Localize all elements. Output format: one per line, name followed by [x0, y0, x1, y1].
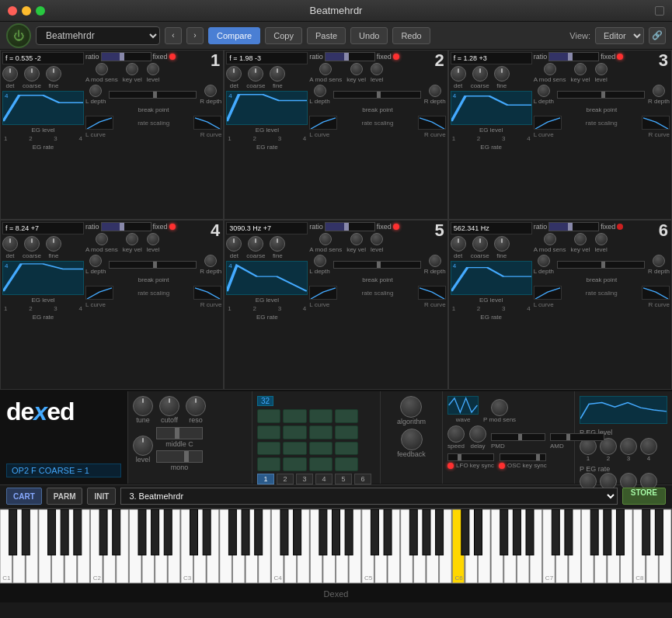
op-bp-slider-4[interactable]	[109, 261, 197, 269]
op-key-vel-knob-4[interactable]	[126, 233, 138, 245]
det-knob-4[interactable]	[2, 236, 18, 252]
op-key-vel-knob-5[interactable]	[350, 233, 363, 245]
op-ratio-slider-4[interactable]	[101, 222, 151, 231]
minimize-button[interactable]	[22, 6, 31, 16]
det-knob-3[interactable]	[451, 66, 466, 82]
undo-button[interactable]: Undo	[350, 27, 388, 44]
op-a-mod-sens-knob-6[interactable]	[544, 233, 556, 245]
seq-pad-0[interactable]	[257, 409, 280, 423]
redo-button[interactable]: Redo	[392, 27, 430, 44]
close-button[interactable]	[8, 6, 17, 16]
coarse-knob-6[interactable]	[472, 236, 488, 252]
fine-knob-1[interactable]	[46, 66, 61, 82]
seq-num-5[interactable]: 5	[335, 474, 352, 484]
seq-pad-1[interactable]	[283, 409, 306, 423]
amd-slider[interactable]	[550, 433, 604, 441]
link-button[interactable]: 🔗	[649, 27, 666, 44]
seq-pad-4[interactable]	[257, 425, 280, 439]
preset-name-select[interactable]: 3. Beatmehrdr	[120, 488, 617, 505]
op-a-mod-sens-knob-2[interactable]	[319, 63, 332, 75]
op-a-mod-sens-knob-1[interactable]	[96, 63, 108, 75]
peg-knob-3-dial[interactable]	[620, 438, 637, 455]
power-button[interactable]: ⏻	[6, 23, 31, 48]
op-l-depth-knob-4[interactable]	[89, 255, 102, 267]
level-knob[interactable]	[133, 436, 153, 456]
op-ratio-slider-1[interactable]	[101, 52, 151, 61]
op-r-depth-knob-2[interactable]	[429, 85, 441, 97]
coarse-knob-2[interactable]	[248, 66, 263, 82]
paste-button[interactable]: Paste	[307, 27, 346, 44]
algorithm-knob[interactable]	[400, 396, 422, 418]
speed-knob[interactable]	[447, 425, 465, 443]
cart-button[interactable]: CART	[6, 488, 42, 505]
det-knob-6[interactable]	[451, 236, 466, 252]
op-level-knob-2[interactable]	[371, 63, 383, 75]
op-r-depth-knob-6[interactable]	[653, 255, 665, 267]
feedback-knob[interactable]	[401, 429, 423, 450]
det-knob-1[interactable]	[2, 66, 18, 82]
op-a-mod-sens-knob-5[interactable]	[319, 233, 332, 245]
coarse-knob-1[interactable]	[24, 66, 40, 82]
peg-knob-4-dial[interactable]	[640, 438, 657, 455]
op-key-vel-knob-2[interactable]	[350, 63, 363, 75]
op-l-depth-knob-1[interactable]	[89, 85, 102, 97]
op-level-knob-5[interactable]	[371, 233, 383, 245]
op-bp-slider-6[interactable]	[557, 261, 645, 269]
op-ratio-slider-3[interactable]	[548, 52, 599, 61]
mono-slider[interactable]	[156, 450, 203, 463]
nav-forward-button[interactable]: ›	[186, 27, 204, 44]
op-r-depth-knob-4[interactable]	[204, 255, 217, 267]
parm-button[interactable]: PARM	[47, 488, 83, 505]
expand-button[interactable]	[655, 6, 664, 16]
op-l-depth-knob-5[interactable]	[314, 255, 326, 267]
keyboard-canvas[interactable]	[0, 509, 672, 585]
det-knob-2[interactable]	[226, 66, 242, 82]
seq-pad-14[interactable]	[309, 457, 333, 471]
coarse-knob-3[interactable]	[472, 66, 488, 82]
op-level-knob-6[interactable]	[595, 233, 608, 245]
op-level-knob-4[interactable]	[147, 233, 159, 245]
coarse-knob-4[interactable]	[24, 236, 40, 252]
preset-select[interactable]: Beatmehrdr	[36, 26, 160, 45]
op-l-depth-knob-2[interactable]	[314, 85, 326, 97]
fine-knob-5[interactable]	[270, 236, 285, 252]
seq-pad-10[interactable]	[309, 442, 333, 456]
op-bp-slider-1[interactable]	[109, 91, 197, 99]
seq-pad-7[interactable]	[335, 425, 358, 439]
cutoff-knob[interactable]	[159, 396, 179, 416]
op-ratio-slider-2[interactable]	[325, 52, 375, 61]
store-button[interactable]: STORE	[622, 488, 666, 505]
op-l-depth-knob-3[interactable]	[538, 85, 550, 97]
maximize-button[interactable]	[36, 6, 45, 16]
pmd-slider[interactable]	[491, 433, 545, 441]
fine-knob-4[interactable]	[46, 236, 61, 252]
fine-knob-6[interactable]	[494, 236, 510, 252]
seq-pad-3[interactable]	[335, 409, 358, 423]
coarse-knob-5[interactable]	[248, 236, 263, 252]
seq-num-3[interactable]: 3	[296, 474, 313, 484]
op-r-depth-knob-5[interactable]	[429, 255, 441, 267]
lfo-key-sync-slider[interactable]	[447, 453, 494, 461]
op-bp-slider-3[interactable]	[557, 91, 645, 99]
fine-knob-3[interactable]	[494, 66, 510, 82]
op-ratio-slider-6[interactable]	[548, 222, 599, 231]
seq-num-2[interactable]: 2	[277, 474, 294, 484]
op-a-mod-sens-knob-4[interactable]	[96, 233, 108, 245]
tune-knob[interactable]	[133, 396, 153, 416]
seq-pad-8[interactable]	[257, 442, 280, 456]
copy-button[interactable]: Copy	[265, 27, 302, 44]
delay-knob[interactable]	[469, 425, 486, 443]
osc-key-sync-slider[interactable]	[500, 453, 546, 461]
op-ratio-slider-5[interactable]	[325, 222, 375, 231]
op-r-depth-knob-3[interactable]	[653, 85, 665, 97]
seq-num-4[interactable]: 4	[315, 474, 333, 484]
reso-knob[interactable]	[186, 396, 206, 416]
op-key-vel-knob-3[interactable]	[574, 63, 587, 75]
op-level-knob-3[interactable]	[595, 63, 608, 75]
seq-pad-12[interactable]	[257, 457, 280, 471]
op-bp-slider-2[interactable]	[333, 91, 421, 99]
op-bp-slider-5[interactable]	[333, 261, 421, 269]
seq-pad-9[interactable]	[283, 442, 306, 456]
det-knob-5[interactable]	[226, 236, 242, 252]
p-mod-sens-knob[interactable]	[491, 399, 508, 416]
